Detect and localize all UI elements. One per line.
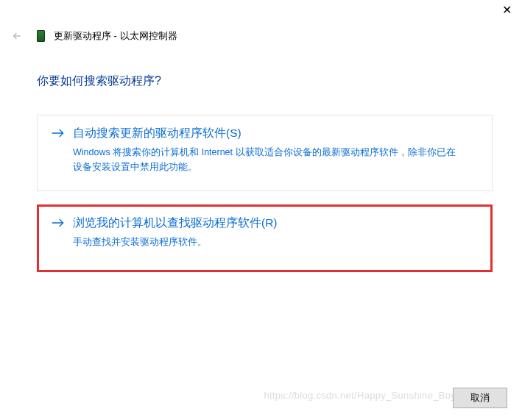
arrow-right-icon	[51, 217, 66, 232]
option-title: 浏览我的计算机以查找驱动程序软件(R)	[73, 216, 278, 230]
options-list: 自动搜索更新的驱动程序软件(S) Windows 将搜索你的计算机和 Inter…	[37, 115, 493, 285]
option-auto-search[interactable]: 自动搜索更新的驱动程序软件(S) Windows 将搜索你的计算机和 Inter…	[37, 115, 493, 191]
option-desc: 手动查找并安装驱动程序软件。	[73, 235, 456, 249]
header-row: 更新驱动程序 - 以太网控制器	[10, 29, 512, 43]
device-icon	[37, 30, 45, 42]
cancel-button[interactable]: 取消	[453, 388, 507, 408]
titlebar: ✕	[0, 0, 522, 21]
watermark-text: https://blog.csdn.net/Happy_Sunshine_Boy	[264, 390, 456, 401]
arrow-right-icon	[51, 127, 66, 142]
option-browse-computer[interactable]: 浏览我的计算机以查找驱动程序软件(R) 手动查找并安装驱动程序软件。	[37, 204, 493, 272]
page-question: 你要如何搜索驱动程序?	[37, 74, 161, 89]
option-desc: Windows 将搜索你的计算机和 Internet 以获取适合你设备的最新驱动…	[73, 145, 456, 174]
back-arrow-icon	[10, 29, 24, 43]
window-title: 更新驱动程序 - 以太网控制器	[54, 29, 177, 43]
option-title: 自动搜索更新的驱动程序软件(S)	[73, 126, 241, 140]
footer: 取消	[453, 388, 507, 408]
close-icon[interactable]: ✕	[502, 4, 512, 16]
